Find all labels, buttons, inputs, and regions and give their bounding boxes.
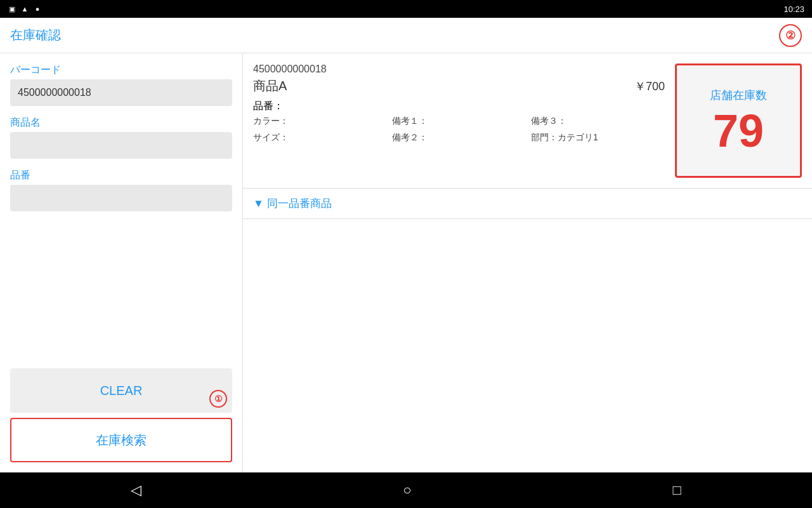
color-field: カラー： [253,114,387,128]
part-number-input[interactable] [10,185,232,211]
product-details: 4500000000018 商品A ￥700 品番： カラー： 備考１： 備考３… [253,64,665,178]
same-item-header[interactable]: ▼ 同一品番商品 [253,196,802,211]
stock-card: 店舗在庫数 79 [675,64,802,178]
stock-count: 79 [713,108,764,154]
product-info-area: 4500000000018 商品A ￥700 品番： カラー： 備考１： 備考３… [243,53,812,189]
main-content: バーコード 商品名 品番 CLEAR ① 在庫検索 4500000000018 [0,53,812,472]
memo3-field: 備考３： [531,114,665,128]
app-bar: 在庫確認 ② [0,18,812,53]
product-name: 商品A [253,77,287,95]
search-label: 在庫検索 [96,432,147,449]
product-name-row: 商品A ￥700 [253,77,665,95]
status-bar: ▣ ▲ ● 10:23 [0,0,812,18]
spacer [10,222,232,363]
memo1-field: 備考１： [392,114,526,128]
part-number-label: 品番 [10,169,232,182]
size-field: サイズ： [253,131,387,145]
home-button[interactable]: ○ [388,477,426,504]
clear-badge: ① [209,390,227,408]
right-panel: 4500000000018 商品A ￥700 品番： カラー： 備考１： 備考３… [243,53,812,472]
part-number-group: 品番 [10,169,232,211]
app-title: 在庫確認 [10,27,61,44]
department-field: 部門：カテゴリ1 [531,131,665,145]
icon-2: ▲ [20,4,29,13]
recent-button[interactable]: □ [658,477,697,504]
clear-label: CLEAR [100,384,143,398]
barcode-input[interactable] [10,79,232,106]
product-barcode: 4500000000018 [253,64,665,75]
app-bar-badge: ② [779,24,802,47]
product-name-group: 商品名 [10,116,232,159]
same-item-section: ▼ 同一品番商品 [243,189,812,219]
same-item-label: ▼ 同一品番商品 [253,196,332,211]
barcode-label: バーコード [10,64,232,77]
status-time: 10:23 [783,4,804,14]
stock-card-title: 店舗在庫数 [710,88,767,103]
product-price: ￥700 [634,79,665,94]
status-icons: ▣ ▲ ● [8,4,42,13]
search-button[interactable]: 在庫検索 [10,418,232,462]
part-number-display: 品番： [253,98,665,114]
memo2-field: 備考２： [392,131,526,145]
bottom-nav: ◁ ○ □ [0,472,812,508]
icon-3: ● [33,4,42,13]
product-name-label: 商品名 [10,116,232,130]
product-name-input[interactable] [10,132,232,159]
left-panel: バーコード 商品名 品番 CLEAR ① 在庫検索 [0,53,243,472]
barcode-group: バーコード [10,64,232,106]
icon-1: ▣ [8,4,16,13]
product-fields: カラー： 備考１： 備考３： サイズ： 備考２： 部門：カテゴリ1 [253,114,665,145]
clear-button[interactable]: CLEAR ① [10,368,232,413]
back-button[interactable]: ◁ [115,477,157,504]
